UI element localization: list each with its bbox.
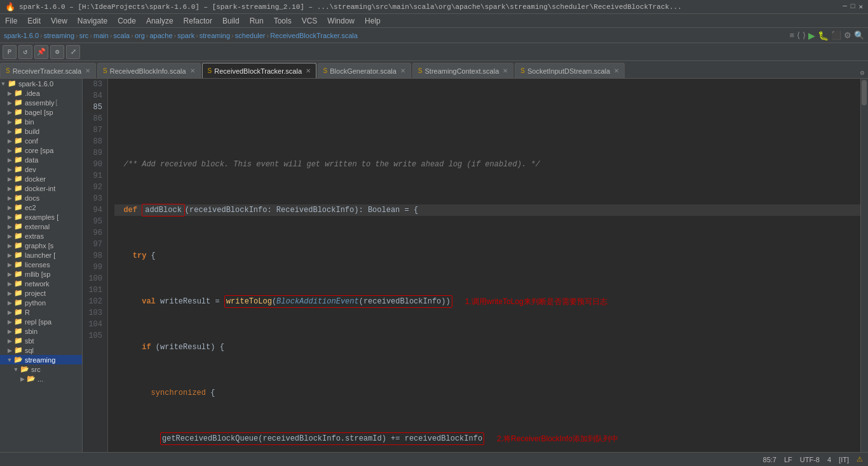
tree-item-licenses[interactable]: ▶ 📁 licenses bbox=[0, 260, 82, 269]
tree-item-idea[interactable]: ▶ 📁 .idea bbox=[0, 88, 82, 98]
tree-item-bagel[interactable]: ▶ 📁 bagel [sp bbox=[0, 107, 82, 117]
tree-item-sql[interactable]: ▶ 📁 sql bbox=[0, 345, 82, 355]
writetolog-box: writeToLog(BlockAdditionEvent(receivedBl… bbox=[224, 295, 452, 308]
tab-close-6[interactable]: ✕ bbox=[614, 67, 619, 74]
menu-tools[interactable]: Tools bbox=[269, 15, 297, 27]
breadcrumb-item-main[interactable]: main bbox=[93, 32, 109, 39]
menu-run[interactable]: Run bbox=[245, 15, 269, 27]
tree-item-data[interactable]: ▶ 📁 data bbox=[0, 155, 82, 164]
tree-label-sql: sql bbox=[25, 347, 34, 354]
menu-code[interactable]: Code bbox=[112, 15, 141, 27]
tree-item-R[interactable]: ▶ 📁 R bbox=[0, 307, 82, 317]
menu-refactor[interactable]: Refactor bbox=[179, 15, 217, 27]
toolbar-icon-stop[interactable]: ⬛ bbox=[831, 30, 841, 40]
status-warning-icon: ⚠ bbox=[857, 455, 863, 463]
maximize-btn[interactable]: □ bbox=[851, 3, 855, 11]
toolbar-icon-2[interactable]: ⟨ bbox=[797, 30, 800, 40]
toolbar-project-btn[interactable]: P bbox=[3, 45, 17, 59]
breadcrumb-item-root[interactable]: spark-1.6.0 bbox=[4, 32, 39, 39]
close-btn[interactable]: ✕ bbox=[858, 3, 863, 11]
code-content[interactable]: /** Add received block. This event will … bbox=[108, 79, 860, 452]
addblock-box: addBlock bbox=[142, 204, 185, 216]
toolbar-icon-3[interactable]: ⟩ bbox=[803, 30, 806, 40]
tree-arrow-build: ▶ bbox=[6, 128, 13, 135]
tree-item-python[interactable]: ▶ 📁 python bbox=[0, 298, 82, 307]
tree-item-docs[interactable]: ▶ 📁 docs bbox=[0, 193, 82, 203]
menu-help[interactable]: Help bbox=[360, 15, 386, 27]
breadcrumb-item-streaming[interactable]: streaming bbox=[44, 32, 74, 39]
tab-receiver-tracker[interactable]: S ReceiverTracker.scala ✕ bbox=[0, 63, 96, 78]
tab-close-5[interactable]: ✕ bbox=[503, 67, 508, 74]
breadcrumb-item-file[interactable]: ReceivedBlockTracker.scala bbox=[270, 32, 358, 39]
toolbar-expand-btn[interactable]: ⤢ bbox=[66, 45, 80, 59]
toolbar-reload-btn[interactable]: ↺ bbox=[18, 45, 32, 59]
tree-item-assembly[interactable]: ▶ 📁 assembly [ bbox=[0, 98, 82, 107]
tree-item-core[interactable]: ▶ 📁 core [spa bbox=[0, 145, 82, 155]
tree-item-network[interactable]: ▶ 📁 network bbox=[0, 279, 82, 288]
tree-item-conf[interactable]: ▶ 📁 conf bbox=[0, 136, 82, 145]
tab-close-3[interactable]: ✕ bbox=[306, 67, 311, 74]
tree-item-extras[interactable]: ▶ 📁 extras bbox=[0, 231, 82, 241]
tree-item-launcher[interactable]: ▶ 📁 launcher [ bbox=[0, 250, 82, 260]
breadcrumb-item-spark[interactable]: spark bbox=[177, 32, 194, 39]
menu-view[interactable]: View bbox=[46, 15, 72, 27]
minimize-btn[interactable]: ─ bbox=[843, 3, 847, 11]
breadcrumb-item-org[interactable]: org bbox=[135, 32, 145, 39]
right-scrollbar[interactable] bbox=[860, 79, 868, 452]
comment-84: /** Add received block. This event will … bbox=[114, 159, 540, 170]
tab-settings-btn[interactable]: ⚙ bbox=[856, 67, 868, 78]
breadcrumb-item-apache[interactable]: apache bbox=[149, 32, 172, 39]
tab-socket-input-dstream[interactable]: S SocketInputDStream.scala ✕ bbox=[515, 63, 625, 78]
tree-label-project: project bbox=[25, 290, 46, 297]
toolbar-icon-run[interactable]: ▶ bbox=[808, 30, 815, 41]
tab-received-block-tracker[interactable]: S ReceivedBlockTracker.scala ✕ bbox=[202, 63, 316, 78]
toolbar-icon-debug[interactable]: 🐛 bbox=[818, 30, 829, 41]
menu-window[interactable]: Window bbox=[322, 15, 360, 27]
tree-item-ec2[interactable]: ▶ 📁 ec2 bbox=[0, 203, 82, 212]
tab-received-block-info[interactable]: S ReceivedBlockInfo.scala ✕ bbox=[97, 63, 201, 78]
ln-91: 91 bbox=[85, 170, 102, 182]
tree-item-dev[interactable]: ▶ 📁 dev bbox=[0, 164, 82, 174]
tree-item-repl[interactable]: ▶ 📁 repl [spa bbox=[0, 317, 82, 326]
tree-item-src[interactable]: ▼ 📂 src bbox=[0, 364, 82, 374]
tree-arrow-docker: ▶ bbox=[6, 176, 13, 182]
ln-105: 105 bbox=[85, 330, 102, 342]
breadcrumb-item-scheduler[interactable]: scheduler bbox=[235, 32, 266, 39]
toolbar-pin-btn[interactable]: 📌 bbox=[34, 45, 48, 59]
tree-item-build[interactable]: ▶ 📁 build bbox=[0, 126, 82, 136]
tree-item-sbin[interactable]: ▶ 📁 sbin bbox=[0, 326, 82, 336]
tree-arrow-sbt: ▶ bbox=[6, 338, 13, 344]
menu-analyze[interactable]: Analyze bbox=[141, 15, 179, 27]
tree-item-docker-int[interactable]: ▶ 📁 docker-int bbox=[0, 183, 82, 193]
breadcrumb-item-src[interactable]: src bbox=[79, 32, 89, 39]
tab-close-4[interactable]: ✕ bbox=[400, 67, 405, 74]
menu-build[interactable]: Build bbox=[217, 15, 245, 27]
breadcrumb-item-scala[interactable]: scala bbox=[114, 32, 130, 39]
tree-item-main2[interactable]: ▶ 📂 ... bbox=[0, 374, 82, 383]
tab-close-1[interactable]: ✕ bbox=[85, 67, 90, 74]
menu-edit[interactable]: Edit bbox=[22, 15, 46, 27]
toolbar-gear-btn[interactable]: ⚙ bbox=[50, 45, 64, 59]
toolbar-icon-1[interactable]: ≡ bbox=[789, 30, 794, 40]
tree-item-mllib[interactable]: ▶ 📁 mllib [sp bbox=[0, 269, 82, 279]
tree-item-graphx[interactable]: ▶ 📁 graphx [s bbox=[0, 241, 82, 250]
tab-close-2[interactable]: ✕ bbox=[190, 67, 195, 74]
tree-item-docker[interactable]: ▶ 📁 docker bbox=[0, 174, 82, 183]
tree-item-project[interactable]: ▶ 📁 project bbox=[0, 288, 82, 298]
tree-item-streaming[interactable]: ▼ 📂 streaming bbox=[0, 355, 82, 364]
toolbar-icon-settings[interactable]: ⚙ bbox=[844, 30, 851, 40]
tab-block-generator[interactable]: S BlockGenerator.scala ✕ bbox=[318, 63, 411, 78]
menu-vcs[interactable]: VCS bbox=[297, 15, 323, 27]
breadcrumb-item-streaming2[interactable]: streaming bbox=[200, 32, 230, 39]
code-scroll[interactable]: 83 84 85 86 87 88 89 90 91 92 93 94 95 9… bbox=[83, 79, 868, 452]
tree-item-external[interactable]: ▶ 📁 external bbox=[0, 222, 82, 231]
toolbar-icon-search[interactable]: 🔍 bbox=[854, 30, 864, 40]
tree-item-examples[interactable]: ▶ 📁 examples [ bbox=[0, 212, 82, 222]
tab-streaming-context[interactable]: S StreamingContext.scala ✕ bbox=[412, 63, 513, 78]
tree-item-sbt[interactable]: ▶ 📁 sbt bbox=[0, 336, 82, 345]
folder-icon-bagel: 📁 bbox=[14, 108, 23, 116]
menu-navigate[interactable]: Navigate bbox=[72, 15, 112, 27]
tree-item-root[interactable]: ▼ 📁 spark-1.6.0 bbox=[0, 79, 82, 88]
menu-file[interactable]: File bbox=[0, 15, 22, 27]
tree-item-bin[interactable]: ▶ 📁 bin bbox=[0, 117, 82, 126]
